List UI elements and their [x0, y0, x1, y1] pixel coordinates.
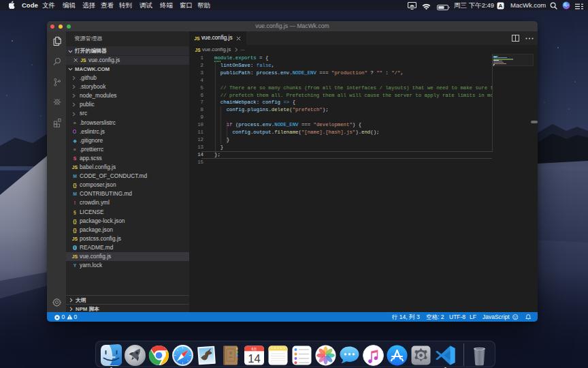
svg-text:6月: 6月: [251, 346, 257, 351]
svg-text:14: 14: [248, 352, 260, 365]
svg-text:A: A: [499, 3, 503, 9]
